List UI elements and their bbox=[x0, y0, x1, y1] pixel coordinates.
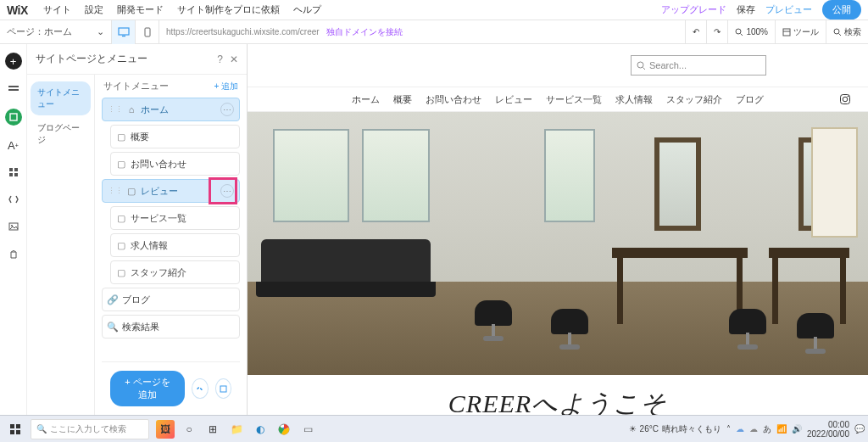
svg-rect-26 bbox=[10, 430, 14, 434]
site-nav-item[interactable]: ブログ bbox=[736, 93, 764, 106]
zoom-display[interactable]: 100% bbox=[727, 20, 775, 43]
page-item-actions[interactable]: ⋯ bbox=[220, 103, 234, 116]
tray-ime-icon[interactable]: あ bbox=[763, 423, 771, 435]
page-item-search-results[interactable]: 🔍 検索結果 bbox=[102, 315, 240, 338]
mobile-icon bbox=[144, 27, 151, 37]
undo-button[interactable]: ↶ bbox=[685, 20, 706, 43]
taskbar-app-taskview[interactable]: ⊞ bbox=[203, 420, 222, 439]
svg-rect-27 bbox=[16, 430, 20, 434]
taskbar-search[interactable]: 🔍 ここに入力して検索 bbox=[31, 419, 149, 439]
menu-dev-mode[interactable]: 開発モード bbox=[110, 3, 170, 16]
pages-icon bbox=[8, 84, 19, 94]
taskbar-app-explorer[interactable]: 📁 bbox=[227, 420, 246, 439]
menu-site[interactable]: サイト bbox=[36, 3, 78, 16]
search-label: 検索 bbox=[844, 26, 861, 38]
svg-rect-13 bbox=[14, 168, 18, 171]
tools-button[interactable]: ツール bbox=[775, 20, 826, 43]
menu-settings[interactable]: 設定 bbox=[78, 3, 110, 16]
editor-canvas[interactable]: Search... ホーム 概要 お問い合わせ レビュー サービス一覧 求人情報… bbox=[248, 44, 868, 415]
layout-icon bbox=[782, 28, 791, 36]
add-element-button[interactable]: + bbox=[5, 53, 22, 70]
add-page-link[interactable]: + 追加 bbox=[214, 81, 238, 92]
site-welcome-heading: CREERへようこそ bbox=[248, 375, 868, 415]
mobile-view-button[interactable] bbox=[136, 20, 159, 44]
site-nav-item[interactable]: スタッフ紹介 bbox=[666, 93, 722, 106]
search-icon: 🔍 bbox=[36, 424, 47, 434]
tray-onedrive-icon[interactable]: ☁ bbox=[749, 424, 758, 434]
site-design-button[interactable] bbox=[5, 109, 22, 126]
tray-date: 2022/00/00 bbox=[807, 429, 849, 439]
bag-icon bbox=[9, 249, 18, 259]
page-selector-label: ページ：ホーム bbox=[7, 25, 72, 38]
page-item-home[interactable]: ⋮⋮ ⌂ ホーム ⋯ bbox=[102, 98, 240, 121]
panel-help-button[interactable]: ? bbox=[217, 53, 223, 65]
start-button[interactable] bbox=[3, 417, 27, 441]
panel-close-button[interactable]: ✕ bbox=[230, 53, 238, 65]
site-nav-item[interactable]: お問い合わせ bbox=[426, 93, 481, 106]
instagram-icon[interactable] bbox=[839, 93, 851, 105]
page-item-review[interactable]: ⋮⋮ ▢ レビュー ⋯ bbox=[102, 179, 240, 203]
pages-panel-nav: サイトメニュー ブログページ bbox=[27, 75, 95, 415]
site-nav-item[interactable]: サービス一覧 bbox=[546, 93, 602, 106]
page-settings-button[interactable] bbox=[215, 378, 231, 399]
page-item-contact[interactable]: ▢ お問い合わせ bbox=[110, 152, 240, 176]
save-link[interactable]: 保存 bbox=[732, 3, 760, 16]
site-nav-item[interactable]: 求人情報 bbox=[615, 93, 653, 106]
desktop-view-button[interactable] bbox=[112, 20, 136, 44]
weather-widget[interactable]: ☀ 26°C 晴れ時々くもり bbox=[629, 423, 721, 435]
site-hero-image bbox=[248, 112, 868, 375]
page-item-about[interactable]: ▢ 概要 bbox=[110, 125, 240, 148]
nav-site-menu[interactable]: サイトメニュー bbox=[31, 81, 91, 115]
site-nav: ホーム 概要 お問い合わせ レビュー サービス一覧 求人情報 スタッフ紹介 ブロ… bbox=[248, 87, 868, 112]
page-item-staff[interactable]: ▢ スタッフ紹介 bbox=[110, 260, 240, 284]
connect-domain-link[interactable]: 独自ドメインを接続 bbox=[326, 26, 403, 38]
taskbar-app-7[interactable]: ▭ bbox=[298, 420, 317, 439]
tray-notifications-icon[interactable]: 💬 bbox=[854, 424, 865, 434]
nav-blog-pages[interactable]: ブログページ bbox=[31, 117, 91, 151]
brackets-icon bbox=[8, 195, 19, 204]
page-item-blog[interactable]: 🔗 ブログ bbox=[102, 288, 240, 311]
taskbar-app-edge[interactable]: ◐ bbox=[251, 420, 270, 439]
tray-clock[interactable]: 00:00 2022/00/00 bbox=[807, 420, 849, 439]
dynamic-page-button[interactable] bbox=[192, 378, 208, 399]
tray-chevron-up-icon[interactable]: ˄ bbox=[726, 424, 731, 434]
search-icon: 🔍 bbox=[108, 322, 118, 333]
app-market-button[interactable]: A+ bbox=[6, 137, 21, 153]
taskbar-app-chrome[interactable] bbox=[275, 420, 293, 439]
svg-rect-15 bbox=[14, 173, 18, 176]
site-search-box[interactable]: Search... bbox=[631, 55, 766, 76]
taskbar-search-placeholder: ここに入力して検索 bbox=[50, 423, 126, 435]
content-button[interactable] bbox=[6, 192, 21, 207]
image-button[interactable] bbox=[6, 219, 21, 234]
site-nav-item[interactable]: ホーム bbox=[352, 93, 380, 106]
page-item-label: ホーム bbox=[141, 104, 169, 116]
preview-link[interactable]: プレビュー bbox=[760, 3, 817, 16]
page-item-jobs[interactable]: ▢ 求人情報 bbox=[110, 233, 240, 257]
add-page-button[interactable]: + ページを追加 bbox=[110, 371, 185, 406]
page-item-services[interactable]: ▢ サービス一覧 bbox=[110, 206, 240, 230]
site-nav-item[interactable]: レビュー bbox=[495, 93, 532, 106]
search-button[interactable]: 検索 bbox=[826, 20, 868, 43]
tray-volume-icon[interactable]: 🔊 bbox=[792, 424, 802, 434]
media-button[interactable] bbox=[6, 165, 21, 180]
store-button[interactable] bbox=[6, 246, 21, 261]
upgrade-link[interactable]: アップグレード bbox=[656, 3, 732, 16]
tray-onedrive-novo-icon[interactable]: ☁ bbox=[736, 424, 744, 434]
tray-wifi-icon[interactable]: 📶 bbox=[776, 424, 787, 434]
taskbar-app-1[interactable]: 🖼 bbox=[156, 420, 175, 439]
site-nav-item[interactable]: 概要 bbox=[393, 93, 412, 106]
main-area: + A+ サイトページとメニュー ? ✕ サイトメニュー ブログページ サイトメ… bbox=[0, 44, 868, 415]
page-item-label: お問い合わせ bbox=[131, 158, 186, 171]
page-item-actions[interactable]: ⋯ bbox=[220, 184, 234, 198]
menu-hire-pro[interactable]: サイト制作をプロに依頼 bbox=[170, 3, 287, 16]
pages-list: サイトメニュー + 追加 ⋮⋮ ⌂ ホーム ⋯ ▢ 概要 ▢ お問い合わせ bbox=[95, 75, 247, 415]
pages-button[interactable] bbox=[6, 81, 21, 97]
page-selector[interactable]: ページ：ホーム ⌄ bbox=[0, 20, 112, 43]
list-header-label: サイトメニュー bbox=[103, 80, 169, 92]
pages-panel: サイトページとメニュー ? ✕ サイトメニュー ブログページ サイトメニュー +… bbox=[27, 44, 248, 415]
redo-button[interactable]: ↷ bbox=[706, 20, 727, 43]
layers-icon bbox=[9, 113, 18, 121]
taskbar-app-cortana[interactable]: ○ bbox=[180, 420, 198, 439]
menu-help[interactable]: ヘルプ bbox=[287, 3, 328, 16]
publish-button[interactable]: 公開 bbox=[822, 0, 861, 20]
